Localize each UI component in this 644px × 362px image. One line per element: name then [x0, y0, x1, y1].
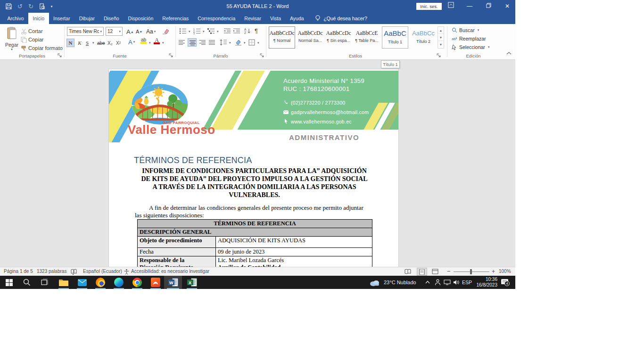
- shrink-font-button[interactable]: A▼: [136, 27, 142, 36]
- start-button[interactable]: [1, 276, 17, 289]
- line-spacing-caret-icon[interactable]: ▾: [229, 41, 231, 45]
- tab-insertar[interactable]: Insertar: [49, 13, 75, 24]
- underline-button[interactable]: S: [84, 39, 91, 47]
- align-right-icon[interactable]: [199, 40, 206, 46]
- paragraph-dialog-launcher-icon[interactable]: [260, 53, 264, 58]
- styles-scrollbar[interactable]: ▲▼▼: [438, 26, 444, 49]
- format-painter-button[interactable]: Copiar formato: [21, 44, 63, 52]
- style-titulo1[interactable]: AaBbCTítulo 1: [382, 26, 408, 49]
- status-accessibility[interactable]: Accesibilidad: es necesario investigar: [131, 267, 209, 276]
- mail-button[interactable]: [74, 276, 90, 289]
- zoom-slider-handle[interactable]: [470, 269, 472, 274]
- clipboard-dialog-launcher-icon[interactable]: [58, 53, 62, 58]
- status-words[interactable]: 1323 palabras: [37, 267, 66, 276]
- tab-inicio[interactable]: Inicio: [28, 13, 49, 24]
- network-icon[interactable]: [444, 280, 451, 285]
- style-normal[interactable]: AaBbCcDc¶ Normal: [269, 26, 295, 49]
- superscript-button[interactable]: X²: [116, 39, 121, 47]
- bullets-caret-icon[interactable]: ▾: [189, 30, 190, 33]
- close-button[interactable]: ✕: [499, 0, 515, 13]
- find-button[interactable]: Buscar▾: [452, 27, 479, 33]
- numbering-caret-icon[interactable]: ▾: [203, 30, 205, 33]
- italic-button[interactable]: K: [76, 39, 83, 47]
- line-spacing-icon[interactable]: [220, 39, 227, 46]
- tray-expand-icon[interactable]: [425, 280, 430, 284]
- justify-icon[interactable]: [208, 40, 215, 46]
- tab-dibujar[interactable]: Dibujar: [74, 13, 99, 24]
- tab-disposicion[interactable]: Disposición: [124, 13, 158, 24]
- style-sin-espaciado[interactable]: AaBbCcDc¶ Sin espa...: [325, 26, 352, 49]
- chrome-button[interactable]: [129, 276, 145, 289]
- tab-archivo[interactable]: Archivo: [3, 13, 28, 24]
- zoom-out-button[interactable]: −: [447, 267, 451, 276]
- zoom-in-button[interactable]: +: [492, 267, 495, 276]
- sign-in-button[interactable]: Inic. ses.: [416, 3, 442, 10]
- zoom-level[interactable]: 100%: [499, 267, 511, 276]
- tab-correspondencia[interactable]: Correspondencia: [193, 13, 240, 24]
- weather-text[interactable]: 23°C Nublado: [384, 276, 416, 289]
- change-case-button[interactable]: Aa▾: [146, 27, 156, 36]
- styles-scroll-up-icon[interactable]: ▲: [438, 27, 444, 34]
- shading-icon[interactable]: [235, 39, 242, 46]
- print-layout-button[interactable]: [417, 268, 427, 276]
- styles-gallery-expand-icon[interactable]: ▼: [438, 41, 444, 48]
- sort-icon[interactable]: AZ: [244, 28, 251, 34]
- multilevel-caret-icon[interactable]: ▾: [217, 30, 219, 33]
- paste-button[interactable]: Pegar ▾: [5, 27, 19, 51]
- replace-button[interactable]: abReemplazar: [452, 36, 486, 41]
- cut-button[interactable]: Cortar: [21, 27, 43, 35]
- file-explorer-button[interactable]: [56, 276, 72, 289]
- bullets-icon[interactable]: [179, 28, 187, 34]
- style-table-paragraph[interactable]: AaBbCcE¶ Table Pa...: [354, 26, 380, 49]
- clear-format-button[interactable]: [162, 27, 169, 36]
- highlight-caret-icon[interactable]: ▾: [149, 41, 151, 45]
- highlight-button[interactable]: ab: [140, 38, 147, 46]
- style-normal-sa[interactable]: AaBbCcDcNormal Sa...: [297, 26, 323, 49]
- copy-button[interactable]: Copiar: [21, 35, 43, 44]
- font-size-combobox[interactable]: 12▾: [106, 27, 123, 36]
- excel-button[interactable]: X: [184, 276, 200, 289]
- increase-indent-icon[interactable]: [233, 28, 240, 34]
- document-page[interactable]: Valle Hermoso GAD PARROQUIAL Acuerdo Min…: [108, 69, 399, 267]
- tray-clock[interactable]: 10:3616/8/2023: [473, 277, 497, 288]
- tell-me-box[interactable]: ¿Qué desea hacer?: [315, 13, 367, 24]
- restore-button[interactable]: [480, 0, 496, 13]
- style-titulo2[interactable]: AaBbCcTítulo 2: [410, 26, 437, 49]
- decrease-indent-icon[interactable]: [223, 28, 231, 34]
- grow-font-button[interactable]: A▲: [126, 27, 134, 36]
- tab-referencias[interactable]: Referencias: [158, 13, 193, 24]
- notifications-button[interactable]: 4: [501, 279, 509, 287]
- status-page[interactable]: Página 1 de 5: [4, 267, 33, 276]
- edge-button[interactable]: [111, 276, 127, 289]
- select-button[interactable]: Seleccionar▾: [452, 44, 489, 50]
- strikethrough-button[interactable]: abe: [97, 39, 105, 47]
- pilcrow-icon[interactable]: ¶: [255, 27, 258, 34]
- web-layout-icon[interactable]: [432, 269, 438, 274]
- tab-diseno[interactable]: Diseño: [99, 13, 124, 24]
- firefox-button[interactable]: [92, 276, 108, 289]
- search-button[interactable]: [19, 276, 35, 289]
- accessibility-icon[interactable]: [124, 269, 130, 275]
- collapse-ribbon-icon[interactable]: [506, 51, 512, 55]
- underline-caret-icon[interactable]: ▾: [92, 41, 94, 45]
- multilevel-list-icon[interactable]: [207, 28, 215, 34]
- font-dialog-launcher-icon[interactable]: [169, 53, 173, 58]
- tray-person-icon[interactable]: [435, 279, 441, 286]
- font-color-caret-icon[interactable]: ▾: [162, 41, 164, 45]
- font-name-combobox[interactable]: Times New Roma▾: [67, 27, 104, 36]
- bold-button[interactable]: N: [66, 39, 74, 47]
- font-color-button[interactable]: A: [154, 38, 160, 46]
- numbering-icon[interactable]: 123: [193, 28, 201, 34]
- styles-dialog-launcher-icon[interactable]: [437, 53, 441, 58]
- styles-scroll-down-icon[interactable]: ▼: [438, 34, 444, 41]
- tray-language[interactable]: ESP: [462, 276, 472, 289]
- align-center-button[interactable]: [188, 38, 197, 47]
- task-view-button[interactable]: [37, 276, 53, 289]
- tab-revisar[interactable]: Revisar: [240, 13, 266, 24]
- text-effects-button[interactable]: A▾: [128, 38, 135, 46]
- borders-icon[interactable]: [248, 39, 256, 46]
- subscript-button[interactable]: X₂: [107, 39, 113, 47]
- word-button[interactable]: W: [164, 276, 182, 289]
- minimize-button[interactable]: —: [462, 0, 478, 13]
- ribbon-display-options-icon[interactable]: [443, 0, 459, 13]
